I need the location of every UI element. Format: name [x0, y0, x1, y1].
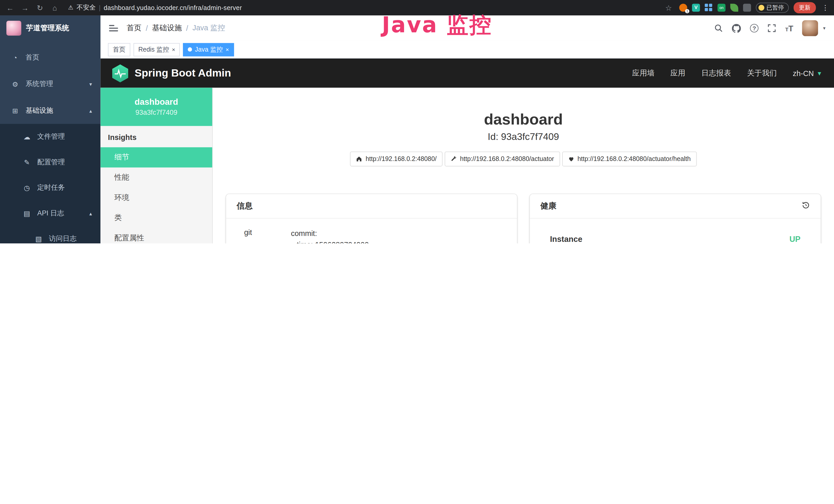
sidebar-item-config[interactable]: ✎ 配置管理: [0, 150, 101, 175]
sba-brand[interactable]: Spring Boot Admin: [112, 64, 231, 82]
app-logo[interactable]: 芋道管理系统: [0, 16, 101, 41]
grid-extension-icon[interactable]: [705, 4, 713, 12]
smiley-icon: [759, 5, 764, 11]
bookmark-star-icon[interactable]: ☆: [663, 3, 675, 12]
cloud-icon: ☁: [22, 133, 31, 141]
gear-icon: ⚙: [10, 80, 20, 88]
dashboard-icon: ◔: [10, 53, 20, 61]
sidebar-menu: ◔ 首页 ⚙ 系统管理 ▾ ⊞ 基础设施 ▴ ☁ 文件管理: [0, 41, 101, 244]
spring-boot-admin-logo: [112, 64, 128, 82]
infrastructure-icon: ⊞: [10, 107, 20, 115]
sidebar-item-jobs[interactable]: ◷ 定时任务: [0, 175, 101, 200]
health-url-button[interactable]: http://192.168.0.2:48080/actuator/health: [562, 152, 697, 166]
sba-item-classes[interactable]: 类: [101, 208, 212, 228]
font-size-icon[interactable]: TT: [785, 24, 793, 32]
insights-group: Insights 细节 性能 环境 类 配置属性 计划任务: [101, 126, 212, 244]
topbar-actions: ? TT ▾: [714, 20, 825, 36]
screenshot-root: ← → ↻ ⌂ ⚠ 不安全 | dashboard.yudao.iocoder.…: [0, 0, 834, 244]
leaf-extension-icon[interactable]: [730, 4, 738, 12]
nav-wallboard[interactable]: 应用墙: [632, 68, 655, 78]
sidebar-item-home[interactable]: ◔ 首页: [0, 44, 101, 71]
sidebar-item-files[interactable]: ☁ 文件管理: [0, 124, 101, 149]
vue-devtools-icon[interactable]: V: [692, 4, 700, 12]
breadcrumb-home[interactable]: 首页: [127, 23, 141, 33]
sba-nav: 应用墙 应用 日志报表 关于我们 zh-CN ▼: [632, 68, 822, 78]
url-text[interactable]: dashboard.yudao.iocoder.cn/infra/admin-s…: [104, 4, 242, 12]
fullscreen-icon[interactable]: [768, 24, 776, 32]
sidebar-item-access-log[interactable]: ▧ 访问日志: [0, 226, 101, 244]
user-avatar[interactable]: [803, 20, 818, 36]
wrench-icon: [451, 156, 457, 162]
annotation-text: Java 监控: [382, 10, 492, 40]
chevron-down-icon: ▼: [816, 70, 822, 76]
git-info-row: git commit: time: 1596289704000 id: 27aa…: [237, 226, 506, 244]
active-dot: [188, 47, 192, 52]
log-icon: ▤: [22, 209, 31, 217]
reload-icon[interactable]: ↻: [34, 3, 46, 12]
address-bar[interactable]: ⚠ 不安全 | dashboard.yudao.iocoder.cn/infra…: [68, 3, 660, 12]
sidebar-item-system[interactable]: ⚙ 系统管理 ▾: [0, 71, 101, 97]
sba-item-configprops[interactable]: 配置属性: [101, 228, 212, 244]
info-card: 信息 git commit: time: 1596289704000 id: 2…: [226, 194, 517, 244]
sba-item-environment[interactable]: 环境: [101, 188, 212, 208]
warning-icon: ⚠: [68, 4, 73, 11]
chevron-up-icon: ▴: [89, 210, 92, 216]
breadcrumb: 首页 / 基础设施 / Java 监控: [127, 23, 225, 33]
status-badge: UP: [789, 234, 800, 244]
sidebar-item-infrastructure[interactable]: ⊞ 基础设施 ▴: [0, 97, 101, 124]
sba-item-details[interactable]: 细节: [101, 147, 212, 168]
tab-java-monitor[interactable]: Java 监控 ×: [183, 43, 234, 56]
switch-extension-icon[interactable]: on: [718, 4, 726, 12]
home-icon: [356, 156, 363, 162]
actuator-url-button[interactable]: http://192.168.0.2:48080/actuator: [445, 152, 560, 166]
help-icon[interactable]: ?: [750, 24, 759, 32]
github-icon[interactable]: [732, 24, 741, 32]
nav-journal[interactable]: 日志报表: [701, 68, 731, 78]
hamburger-icon[interactable]: [109, 25, 118, 31]
service-url-button[interactable]: http://192.168.0.2:48080/: [350, 152, 442, 166]
tab-redis-monitor[interactable]: Redis 监控 ×: [134, 43, 180, 56]
puzzle-extension-icon[interactable]: [743, 4, 751, 12]
paused-badge[interactable]: 已暂停: [756, 3, 789, 13]
edit-icon: ✎: [22, 158, 31, 166]
breadcrumb-current: Java 监控: [192, 23, 225, 33]
history-icon[interactable]: [802, 201, 810, 211]
sidebar-item-api-log[interactable]: ▤ API 日志 ▴: [0, 201, 101, 226]
chevron-down-icon[interactable]: ▾: [823, 25, 825, 31]
chevron-down-icon: ▾: [89, 81, 92, 87]
extension-icon-orange[interactable]: 1: [679, 4, 687, 12]
sba-title: Spring Boot Admin: [135, 67, 231, 79]
update-button[interactable]: 更新: [794, 2, 816, 13]
page-title: dashboard: [226, 110, 821, 128]
search-icon[interactable]: [714, 24, 723, 32]
close-icon[interactable]: ×: [225, 46, 229, 53]
nav-about[interactable]: 关于我们: [747, 68, 777, 78]
instance-id: Id: 93a3fc7f7409: [226, 131, 821, 142]
address-divider: |: [99, 4, 101, 12]
sba-item-performance[interactable]: 性能: [101, 167, 212, 188]
clock-icon: ◷: [22, 184, 31, 191]
breadcrumb-infrastructure[interactable]: 基础设施: [152, 23, 182, 33]
forward-icon[interactable]: →: [19, 3, 31, 12]
browser-menu-icon[interactable]: ⋮: [821, 4, 830, 12]
app-sidebar: 芋道管理系统 ◔ 首页 ⚙ 系统管理 ▾ ⊞ 基础设施 ▴: [0, 16, 101, 244]
health-card: 健康 Instance UP: [530, 194, 821, 244]
heart-icon: [568, 156, 574, 162]
infrastructure-submenu: ☁ 文件管理 ✎ 配置管理 ◷ 定时任务 ▤ API 日志 ▴: [0, 124, 101, 244]
browser-toolbar-right: ☆ 1 V on 已暂停 更新 ⋮: [663, 2, 830, 13]
chevron-up-icon: ▴: [89, 108, 92, 113]
instance-links: http://192.168.0.2:48080/ http://192.168…: [226, 152, 821, 166]
logo-avatar: [6, 21, 21, 36]
sba-main: dashboard Id: 93a3fc7f7409 http://192.16…: [213, 88, 834, 244]
application-name: dashboard: [135, 97, 178, 107]
close-icon[interactable]: ×: [172, 46, 175, 53]
locale-selector[interactable]: zh-CN ▼: [793, 69, 822, 77]
nav-applications[interactable]: 应用: [671, 68, 685, 78]
sba-header: Spring Boot Admin 应用墙 应用 日志报表 关于我们 zh-CN…: [101, 59, 834, 88]
home-icon[interactable]: ⌂: [49, 3, 61, 12]
tab-home[interactable]: 首页: [108, 43, 130, 56]
selected-application[interactable]: dashboard 93a3fc7f7409: [101, 88, 212, 126]
security-label[interactable]: 不安全: [76, 3, 96, 12]
back-icon[interactable]: ←: [4, 3, 16, 12]
instance-health-row[interactable]: Instance UP: [549, 229, 802, 244]
